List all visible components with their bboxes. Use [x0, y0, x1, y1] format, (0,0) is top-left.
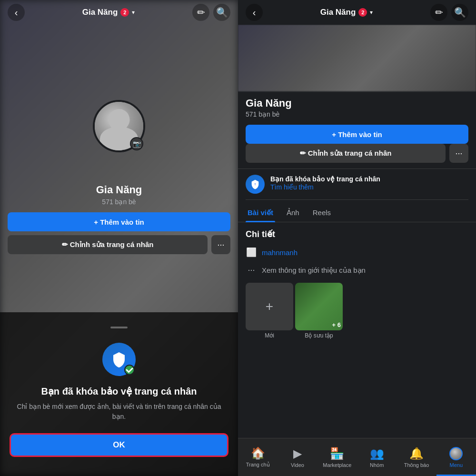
button-row: ✏ Chỉnh sửa trang cá nhân ···	[8, 231, 230, 254]
right-header-title: Gia Năng	[320, 8, 356, 17]
nav-marketplace[interactable]: 🏪 Marketplace	[317, 438, 357, 476]
modal-description: Chỉ bạn bè mới xem được ảnh, bài viết và…	[10, 402, 228, 422]
profile-name: Gia Năng	[8, 184, 230, 196]
details-section-title: Chi tiết	[238, 222, 476, 243]
back-button[interactable]: ‹	[8, 4, 25, 21]
edit-profile-button[interactable]: ✏ Chỉnh sửa trang cá nhân	[8, 235, 208, 254]
header-title: Gia Năng	[82, 8, 118, 17]
shield-small-svg	[250, 179, 260, 189]
profile-friends: 571 bạn bè	[8, 198, 230, 206]
right-edit-profile-button[interactable]: ✏ Chỉnh sửa trang cá nhân	[246, 144, 446, 163]
divider-1	[246, 199, 468, 200]
add-photo-button[interactable]: +	[246, 283, 293, 330]
left-panel: ‹ Gia Năng 2 ▾ ✏ 🔍 📷 Gia Năng 571 bạn bè…	[0, 0, 238, 476]
right-profile-name: Gia Năng	[246, 97, 468, 109]
photo-count-badge: + 6	[332, 321, 341, 328]
nav-groups-label: Nhóm	[370, 462, 384, 468]
nav-video[interactable]: ▶ Video	[278, 438, 317, 476]
more-button[interactable]: ···	[211, 235, 230, 254]
bottom-spacer	[238, 343, 476, 362]
collection-photo[interactable]: + 6	[295, 283, 343, 330]
nav-menu[interactable]: Menu	[436, 438, 476, 476]
right-dropdown-chevron[interactable]: ▾	[370, 9, 373, 16]
check-badge	[124, 365, 135, 375]
tab-anh[interactable]: Ảnh	[285, 204, 301, 222]
collection-photo-label: Bộ sưu tập	[305, 332, 333, 339]
right-back-button[interactable]: ‹	[246, 4, 263, 21]
security-learn-more-link[interactable]: Tìm hiểu thêm	[270, 183, 380, 191]
modal-title: Bạn đã khóa bảo vệ trang cá nhân	[41, 386, 197, 397]
edit-icon[interactable]: ✏	[192, 4, 209, 21]
right-header-right-icons: ✏ 🔍	[430, 4, 468, 21]
right-profile-friends: 571 bạn bè	[246, 110, 468, 118]
marketplace-icon: 🏪	[330, 447, 344, 460]
bio-detail-row: ··· Xem thông tin giới thiệu của bạn	[238, 261, 476, 279]
nav-marketplace-label: Marketplace	[323, 462, 351, 468]
right-add-story-button[interactable]: + Thêm vào tin	[246, 125, 468, 144]
svg-rect-3	[255, 184, 255, 185]
right-cover-photo	[238, 25, 476, 91]
header-right-icons: ✏ 🔍	[192, 4, 230, 21]
notification-badge: 2	[120, 8, 129, 17]
add-story-button[interactable]: + Thêm vào tin	[8, 212, 230, 231]
right-button-row: ✏ Chỉnh sửa trang cá nhân ···	[246, 144, 468, 163]
right-panel: ‹ Gia Năng 2 ▾ ✏ 🔍 Gia Năng 571 bạn bè +…	[238, 0, 476, 476]
svg-point-2	[255, 183, 256, 185]
video-icon: ▶	[293, 447, 302, 460]
dots-icon: ···	[246, 265, 257, 275]
nav-video-label: Video	[291, 462, 304, 468]
new-photo-label: Mới	[265, 332, 274, 339]
svg-point-0	[119, 357, 120, 359]
nav-menu-label: Menu	[450, 462, 463, 468]
left-header: ‹ Gia Năng 2 ▾ ✏ 🔍	[0, 0, 238, 25]
ok-button[interactable]: OK	[10, 433, 228, 457]
tabs-row: Bài viết Ảnh Reels	[238, 204, 476, 222]
collection-photo-column: + 6 Bộ sưu tập	[295, 283, 343, 339]
search-icon[interactable]: 🔍	[213, 4, 230, 21]
instagram-detail-row: ⬜ mahnmanh	[238, 243, 476, 261]
photos-grid: + Mới + 6 Bộ sưu tập	[238, 279, 476, 343]
security-modal-overlay: Bạn đã khóa bảo vệ trang cá nhân Chỉ bạn…	[0, 312, 238, 476]
right-scroll-content: Gia Năng 571 bạn bè + Thêm vào tin ✏ Chỉ…	[238, 25, 476, 438]
home-icon: 🏠	[251, 446, 265, 460]
instagram-icon: ⬜	[246, 247, 257, 258]
check-svg	[125, 361, 134, 378]
nav-groups[interactable]: 👥 Nhóm	[357, 438, 397, 476]
nav-notifications-label: Thông báo	[404, 462, 429, 468]
right-search-icon[interactable]: 🔍	[451, 4, 468, 21]
security-banner-title: Bạn đã khóa bảo vệ trang cá nhân	[270, 175, 380, 183]
bottom-nav: 🏠 Trang chủ ▶ Video 🏪 Marketplace 👥 Nhóm…	[238, 438, 476, 476]
shield-icon	[102, 343, 136, 376]
instagram-username[interactable]: mahnmanh	[262, 248, 298, 257]
nav-home[interactable]: 🏠 Trang chủ	[238, 438, 278, 476]
security-banner: Bạn đã khóa bảo vệ trang cá nhân Tìm hiể…	[246, 175, 468, 194]
svg-rect-1	[119, 359, 119, 360]
right-header-title-group: Gia Năng 2 ▾	[320, 8, 373, 17]
new-photo-column: + Mới	[246, 283, 293, 339]
dropdown-chevron[interactable]: ▾	[132, 9, 135, 16]
tab-bai-viet[interactable]: Bài viết	[246, 204, 275, 222]
right-profile-section: Gia Năng 571 bạn bè + Thêm vào tin ✏ Chỉ…	[238, 97, 476, 169]
right-notification-badge: 2	[358, 8, 367, 17]
profile-avatar-area: 📷	[93, 100, 145, 152]
nav-home-label: Trang chủ	[246, 462, 270, 468]
right-more-button[interactable]: ···	[449, 144, 468, 163]
bio-text[interactable]: Xem thông tin giới thiệu của bạn	[262, 266, 366, 275]
groups-icon: 👥	[370, 447, 384, 460]
drag-handle	[110, 327, 128, 328]
right-edit-icon[interactable]: ✏	[430, 4, 447, 21]
plus-icon: +	[266, 299, 273, 314]
camera-icon[interactable]: 📷	[130, 137, 143, 150]
notification-icon: 🔔	[409, 447, 424, 460]
tab-reels[interactable]: Reels	[311, 204, 333, 222]
left-profile-info: Gia Năng 571 bạn bè + Thêm vào tin ✏ Chỉ…	[0, 157, 238, 254]
menu-avatar	[449, 447, 463, 460]
right-header: ‹ Gia Năng 2 ▾ ✏ 🔍	[238, 0, 476, 25]
security-icon-small	[246, 175, 265, 194]
nav-notifications[interactable]: 🔔 Thông báo	[397, 438, 436, 476]
header-title-group: Gia Năng 2 ▾	[82, 8, 135, 17]
security-text-block: Bạn đã khóa bảo vệ trang cá nhân Tìm hiể…	[270, 175, 380, 191]
